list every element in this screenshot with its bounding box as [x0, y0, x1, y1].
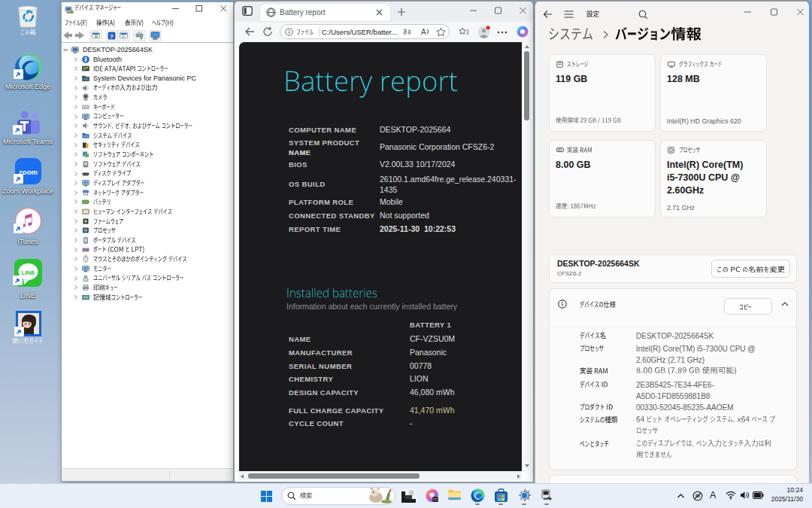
svg-text:LINE: LINE [21, 269, 35, 276]
svg-text:?: ? [110, 33, 114, 40]
svg-text:A: A [421, 28, 426, 36]
